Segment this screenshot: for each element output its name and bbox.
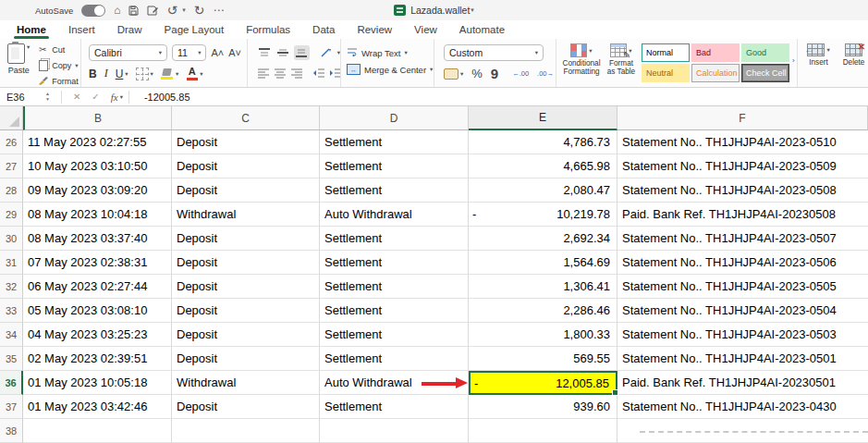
cell-B36[interactable]: 01 May 2023 10:05:18 [23,371,172,395]
cell-E26[interactable]: 4,786.73 [469,130,617,154]
comma-style-button[interactable]: 9 [491,69,498,78]
row-header-34[interactable]: 34 [0,323,23,347]
row-header-38[interactable]: 38 [0,419,23,443]
borders-icon[interactable] [136,68,149,80]
tab-formulas[interactable]: Formulas [235,20,301,39]
cell-F26[interactable]: Statement No.. TH1JHJP4AI-2023-0510 [617,130,868,154]
cell-F32[interactable]: Statement No.. TH1JHJP4AI-2023-0505 [617,275,868,299]
format-as-table-button[interactable]: ▾ Format as Table [605,43,638,87]
cell-B26[interactable]: 11 May 2023 02:27:55 [23,130,172,154]
fill-color-icon[interactable] [161,68,174,80]
redo-icon[interactable]: ↻ [194,4,205,17]
cell-E29[interactable]: -10,219.78 [469,203,617,227]
fx-chevron-icon[interactable]: ▾ [120,93,123,101]
cell-B29[interactable]: 08 May 2023 10:04:18 [23,203,172,227]
insert-function-icon[interactable]: fx [111,92,118,103]
cell-F28[interactable]: Statement No.. TH1JHJP4AI-2023-0508 [617,178,868,203]
cell-B35[interactable]: 02 May 2023 02:39:51 [23,347,172,371]
cell-C26[interactable]: Deposit [172,130,320,154]
cell-F31[interactable]: Statement No.. TH1JHJP4AI-2023-0506 [617,251,868,275]
cell-D27[interactable]: Settlement [320,154,469,178]
percent-style-button[interactable]: % [471,67,483,80]
home-icon[interactable]: ⌂ [114,5,120,16]
column-header-E[interactable]: E [469,106,617,130]
underline-button[interactable]: U [116,68,124,80]
cell-F34[interactable]: Statement No.. TH1JHJP4AI-2023-0503 [617,323,868,347]
shrink-font-icon[interactable]: A˅ [228,47,241,58]
save-as-icon[interactable] [147,6,158,16]
cancel-entry-icon[interactable]: ✕ [73,92,80,102]
undo-icon[interactable]: ↺ [166,4,177,17]
cell-B38[interactable] [23,419,172,443]
delete-cells-button[interactable]: ✕ Delete [839,43,868,87]
styles-gallery-more-icon[interactable]: › [792,56,795,65]
save-icon[interactable] [128,6,139,16]
cell-E32[interactable]: 1,306.41 [469,275,617,299]
more-commands-icon[interactable]: ⋯ [213,5,224,16]
confirm-entry-icon[interactable]: ✓ [92,92,99,102]
select-all-corner[interactable] [0,106,23,130]
cut-button[interactable]: ✂Cut [37,45,79,55]
cell-C27[interactable]: Deposit [172,154,320,178]
row-header-29[interactable]: 29 [0,203,23,227]
tab-data[interactable]: Data [301,20,346,39]
cell-B33[interactable]: 05 May 2023 03:08:10 [23,299,172,323]
cell-E36[interactable]: -12,005.85 [469,371,617,395]
cell-E28[interactable]: 2,080.47 [469,178,617,203]
title-chevron-icon[interactable]: ▾ [471,6,474,14]
formula-bar-value[interactable]: -12005.85 [144,92,190,103]
wrap-text-button[interactable]: Wrap Text ▾ [347,44,434,61]
cell-C37[interactable]: Deposit [172,395,320,419]
row-header-27[interactable]: 27 [0,154,23,178]
cell-D38[interactable] [320,419,469,443]
paste-chevron-icon[interactable]: ▾ [27,43,30,51]
cell-E30[interactable]: 2,692.34 [469,227,617,251]
cell-F36[interactable]: Paid. Bank Ref. TH1JHJP4AI-20230501 [617,371,868,395]
column-header-D[interactable]: D [320,106,469,130]
tab-insert[interactable]: Insert [57,20,106,39]
cell-B34[interactable]: 04 May 2023 03:25:23 [23,323,172,347]
cell-E38[interactable] [469,419,617,443]
cell-D29[interactable]: Auto Withdrawal [320,203,469,227]
cell-C30[interactable]: Deposit [172,227,320,251]
cell-D37[interactable]: Settlement [320,395,469,419]
cell-F27[interactable]: Statement No.. TH1JHJP4AI-2023-0509 [617,154,868,178]
conditional-formatting-button[interactable]: ▾ Conditional Formatting [564,43,599,87]
column-header-B[interactable]: B [23,106,172,130]
cell-F29[interactable]: Paid. Bank Ref. TH1JHJP4AI-20230508 [617,203,868,227]
cell-D33[interactable]: Settlement [320,299,469,323]
merge-center-button[interactable]: ↔ Merge & Center ▾ [347,61,434,78]
cell-C31[interactable]: Deposit [172,251,320,275]
cell-F35[interactable]: Statement No.. TH1JHJP4AI-2023-0501 [617,347,868,371]
cell-C28[interactable]: Deposit [172,178,320,203]
cell-E37[interactable]: 939.60 [469,395,617,419]
cell-style-good[interactable]: Good [741,43,789,62]
align-center-icon[interactable] [274,66,287,80]
tab-page-layout[interactable]: Page Layout [153,20,236,39]
align-middle-icon[interactable] [275,45,290,60]
cell-C29[interactable]: Withdrawal [172,203,320,227]
align-top-icon[interactable] [257,45,272,60]
cell-style-neutral[interactable]: Neutral [642,64,690,82]
cell-D34[interactable]: Settlement [320,323,469,347]
underline-chevron-icon[interactable]: ▾ [125,70,128,78]
row-header-31[interactable]: 31 [0,251,23,275]
font-family-select[interactable]: Calibri▾ [89,44,167,61]
name-box-spinner[interactable]: ▲▼ [45,92,50,102]
fill-color-chevron-icon[interactable]: ▾ [176,70,178,78]
cell-E31[interactable]: 1,564.69 [469,251,617,275]
font-size-select[interactable]: 11▾ [172,44,207,61]
column-header-F[interactable]: F [617,106,868,130]
tab-draw[interactable]: Draw [106,20,153,39]
tab-view[interactable]: View [403,20,448,39]
increase-decimal-button[interactable]: ←.00 [512,70,529,78]
row-header-26[interactable]: 26 [0,130,23,154]
cell-F30[interactable]: Statement No.. TH1JHJP4AI-2023-0507 [617,227,868,251]
cell-D35[interactable]: Settlement [320,347,469,371]
cell-C32[interactable]: Deposit [172,275,320,299]
orientation-icon[interactable] [319,45,334,60]
cell-E34[interactable]: 1,800.33 [469,323,617,347]
cell-style-check-cell[interactable]: Check Cell [741,64,789,82]
cell-F33[interactable]: Statement No.. TH1JHJP4AI-2023-0504 [617,299,868,323]
cell-D31[interactable]: Settlement [320,251,469,275]
